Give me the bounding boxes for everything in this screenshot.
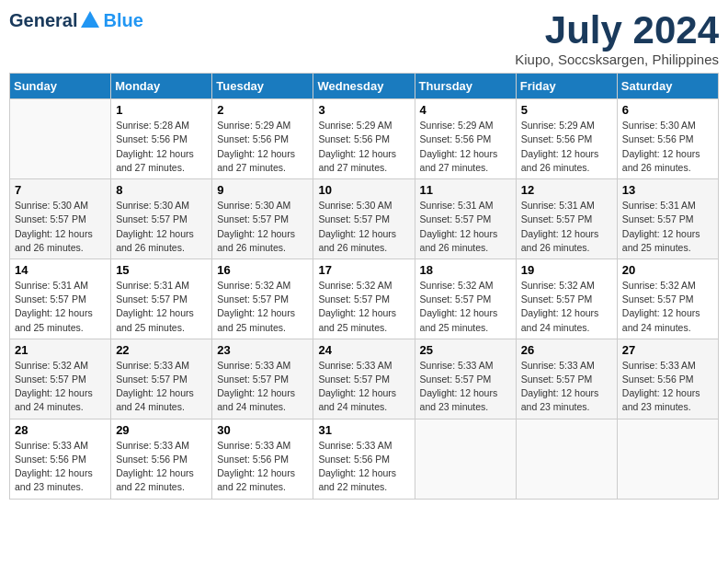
day-number: 4 bbox=[420, 103, 511, 117]
calendar-cell: 27Sunrise: 5:33 AM Sunset: 5:56 PM Dayli… bbox=[617, 339, 718, 419]
calendar-cell bbox=[10, 99, 111, 179]
day-info: Sunrise: 5:29 AM Sunset: 5:56 PM Dayligh… bbox=[318, 119, 409, 175]
day-number: 21 bbox=[15, 343, 106, 357]
day-info: Sunrise: 5:29 AM Sunset: 5:56 PM Dayligh… bbox=[420, 119, 511, 175]
day-number: 20 bbox=[622, 263, 713, 277]
weekday-header-saturday: Saturday bbox=[617, 74, 718, 99]
calendar-cell: 10Sunrise: 5:30 AM Sunset: 5:57 PM Dayli… bbox=[313, 179, 415, 259]
logo: General Blue bbox=[9, 9, 143, 31]
logo-general: General bbox=[9, 10, 77, 31]
calendar-cell: 5Sunrise: 5:29 AM Sunset: 5:56 PM Daylig… bbox=[516, 99, 617, 179]
day-number: 11 bbox=[420, 183, 511, 197]
calendar-cell: 24Sunrise: 5:33 AM Sunset: 5:57 PM Dayli… bbox=[313, 339, 415, 419]
svg-marker-0 bbox=[81, 11, 99, 28]
weekday-header-monday: Monday bbox=[111, 74, 212, 99]
day-info: Sunrise: 5:30 AM Sunset: 5:57 PM Dayligh… bbox=[217, 199, 308, 255]
calendar-cell: 17Sunrise: 5:32 AM Sunset: 5:57 PM Dayli… bbox=[313, 259, 415, 339]
day-info: Sunrise: 5:33 AM Sunset: 5:57 PM Dayligh… bbox=[116, 359, 207, 415]
calendar-cell: 11Sunrise: 5:31 AM Sunset: 5:57 PM Dayli… bbox=[415, 179, 516, 259]
calendar-week-row: 28Sunrise: 5:33 AM Sunset: 5:56 PM Dayli… bbox=[10, 419, 719, 499]
day-number: 14 bbox=[15, 263, 106, 277]
day-number: 22 bbox=[116, 343, 207, 357]
day-info: Sunrise: 5:32 AM Sunset: 5:57 PM Dayligh… bbox=[318, 279, 409, 335]
calendar-week-row: 7Sunrise: 5:30 AM Sunset: 5:57 PM Daylig… bbox=[10, 179, 719, 259]
day-number: 19 bbox=[521, 263, 612, 277]
day-info: Sunrise: 5:30 AM Sunset: 5:57 PM Dayligh… bbox=[15, 199, 106, 255]
day-number: 18 bbox=[420, 263, 511, 277]
calendar-cell: 22Sunrise: 5:33 AM Sunset: 5:57 PM Dayli… bbox=[111, 339, 212, 419]
weekday-header-row: SundayMondayTuesdayWednesdayThursdayFrid… bbox=[10, 74, 719, 99]
day-info: Sunrise: 5:32 AM Sunset: 5:57 PM Dayligh… bbox=[420, 279, 511, 335]
day-info: Sunrise: 5:29 AM Sunset: 5:56 PM Dayligh… bbox=[521, 119, 612, 175]
calendar-cell: 20Sunrise: 5:32 AM Sunset: 5:57 PM Dayli… bbox=[617, 259, 718, 339]
day-number: 28 bbox=[15, 423, 106, 437]
calendar-week-row: 21Sunrise: 5:32 AM Sunset: 5:57 PM Dayli… bbox=[10, 339, 719, 419]
calendar-week-row: 14Sunrise: 5:31 AM Sunset: 5:57 PM Dayli… bbox=[10, 259, 719, 339]
calendar-cell: 29Sunrise: 5:33 AM Sunset: 5:56 PM Dayli… bbox=[111, 419, 212, 499]
day-info: Sunrise: 5:30 AM Sunset: 5:56 PM Dayligh… bbox=[622, 119, 713, 175]
day-info: Sunrise: 5:30 AM Sunset: 5:57 PM Dayligh… bbox=[116, 199, 207, 255]
calendar-cell: 31Sunrise: 5:33 AM Sunset: 5:56 PM Dayli… bbox=[313, 419, 415, 499]
weekday-header-tuesday: Tuesday bbox=[212, 74, 313, 99]
day-info: Sunrise: 5:33 AM Sunset: 5:56 PM Dayligh… bbox=[622, 359, 713, 415]
calendar-cell: 21Sunrise: 5:32 AM Sunset: 5:57 PM Dayli… bbox=[10, 339, 111, 419]
day-number: 12 bbox=[521, 183, 612, 197]
calendar-table: SundayMondayTuesdayWednesdayThursdayFrid… bbox=[9, 73, 719, 499]
day-info: Sunrise: 5:33 AM Sunset: 5:56 PM Dayligh… bbox=[217, 439, 308, 495]
day-info: Sunrise: 5:28 AM Sunset: 5:56 PM Dayligh… bbox=[116, 119, 207, 175]
calendar-cell: 28Sunrise: 5:33 AM Sunset: 5:56 PM Dayli… bbox=[10, 419, 111, 499]
day-number: 16 bbox=[217, 263, 308, 277]
day-info: Sunrise: 5:30 AM Sunset: 5:57 PM Dayligh… bbox=[318, 199, 409, 255]
calendar-cell: 7Sunrise: 5:30 AM Sunset: 5:57 PM Daylig… bbox=[10, 179, 111, 259]
calendar-cell: 25Sunrise: 5:33 AM Sunset: 5:57 PM Dayli… bbox=[415, 339, 516, 419]
day-info: Sunrise: 5:31 AM Sunset: 5:57 PM Dayligh… bbox=[15, 279, 106, 335]
calendar-cell: 30Sunrise: 5:33 AM Sunset: 5:56 PM Dayli… bbox=[212, 419, 313, 499]
calendar-week-row: 1Sunrise: 5:28 AM Sunset: 5:56 PM Daylig… bbox=[10, 99, 719, 179]
calendar-cell: 6Sunrise: 5:30 AM Sunset: 5:56 PM Daylig… bbox=[617, 99, 718, 179]
calendar-cell bbox=[516, 419, 617, 499]
day-number: 5 bbox=[521, 103, 612, 117]
day-info: Sunrise: 5:29 AM Sunset: 5:56 PM Dayligh… bbox=[217, 119, 308, 175]
day-number: 25 bbox=[420, 343, 511, 357]
day-info: Sunrise: 5:31 AM Sunset: 5:57 PM Dayligh… bbox=[116, 279, 207, 335]
calendar-cell: 1Sunrise: 5:28 AM Sunset: 5:56 PM Daylig… bbox=[111, 99, 212, 179]
calendar-cell: 3Sunrise: 5:29 AM Sunset: 5:56 PM Daylig… bbox=[313, 99, 415, 179]
calendar-cell: 26Sunrise: 5:33 AM Sunset: 5:57 PM Dayli… bbox=[516, 339, 617, 419]
logo-blue: Blue bbox=[103, 10, 142, 31]
calendar-cell: 9Sunrise: 5:30 AM Sunset: 5:57 PM Daylig… bbox=[212, 179, 313, 259]
day-number: 23 bbox=[217, 343, 308, 357]
day-number: 27 bbox=[622, 343, 713, 357]
day-info: Sunrise: 5:31 AM Sunset: 5:57 PM Dayligh… bbox=[420, 199, 511, 255]
day-number: 17 bbox=[318, 263, 409, 277]
day-info: Sunrise: 5:33 AM Sunset: 5:57 PM Dayligh… bbox=[318, 359, 409, 415]
day-info: Sunrise: 5:33 AM Sunset: 5:57 PM Dayligh… bbox=[420, 359, 511, 415]
day-number: 24 bbox=[318, 343, 409, 357]
month-title: July 2024 bbox=[515, 9, 719, 52]
calendar-cell: 2Sunrise: 5:29 AM Sunset: 5:56 PM Daylig… bbox=[212, 99, 313, 179]
calendar-cell: 19Sunrise: 5:32 AM Sunset: 5:57 PM Dayli… bbox=[516, 259, 617, 339]
day-number: 1 bbox=[116, 103, 207, 117]
logo-icon bbox=[79, 9, 101, 31]
day-number: 31 bbox=[318, 423, 409, 437]
day-number: 26 bbox=[521, 343, 612, 357]
calendar-cell: 8Sunrise: 5:30 AM Sunset: 5:57 PM Daylig… bbox=[111, 179, 212, 259]
day-number: 9 bbox=[217, 183, 308, 197]
weekday-header-sunday: Sunday bbox=[10, 74, 111, 99]
day-info: Sunrise: 5:32 AM Sunset: 5:57 PM Dayligh… bbox=[521, 279, 612, 335]
calendar-cell: 18Sunrise: 5:32 AM Sunset: 5:57 PM Dayli… bbox=[415, 259, 516, 339]
day-number: 6 bbox=[622, 103, 713, 117]
day-number: 8 bbox=[116, 183, 207, 197]
calendar-cell: 23Sunrise: 5:33 AM Sunset: 5:57 PM Dayli… bbox=[212, 339, 313, 419]
day-info: Sunrise: 5:33 AM Sunset: 5:56 PM Dayligh… bbox=[318, 439, 409, 495]
day-info: Sunrise: 5:33 AM Sunset: 5:56 PM Dayligh… bbox=[15, 439, 106, 495]
day-number: 10 bbox=[318, 183, 409, 197]
day-number: 3 bbox=[318, 103, 409, 117]
calendar-cell: 4Sunrise: 5:29 AM Sunset: 5:56 PM Daylig… bbox=[415, 99, 516, 179]
day-number: 7 bbox=[15, 183, 106, 197]
day-info: Sunrise: 5:32 AM Sunset: 5:57 PM Dayligh… bbox=[15, 359, 106, 415]
day-info: Sunrise: 5:33 AM Sunset: 5:57 PM Dayligh… bbox=[217, 359, 308, 415]
calendar-cell: 14Sunrise: 5:31 AM Sunset: 5:57 PM Dayli… bbox=[10, 259, 111, 339]
calendar-cell: 16Sunrise: 5:32 AM Sunset: 5:57 PM Dayli… bbox=[212, 259, 313, 339]
day-number: 29 bbox=[116, 423, 207, 437]
calendar-cell bbox=[617, 419, 718, 499]
